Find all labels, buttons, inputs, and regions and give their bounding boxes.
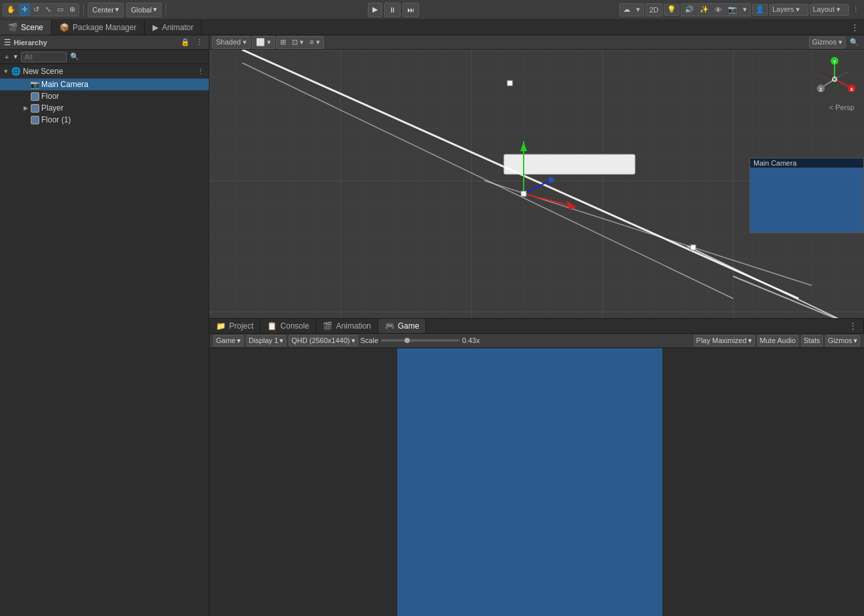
view-group: ⬜ ▾ [252,36,275,49]
scene-toolbar: Shaded ▾ ⬜ ▾ ⊞ ⊡ ▾ ≡ ▾ Gizmos ▾ 🔍 [209,35,864,50]
layers-group: 2D [645,3,662,16]
scale-slider-track[interactable] [381,339,459,342]
camera-overlay-btn[interactable]: 📷 [725,4,740,16]
display-dropdown[interactable]: Display 1 ▾ [246,335,286,346]
persp-text: < Persp [829,103,854,111]
tab-project[interactable]: 📁 Project [209,319,261,333]
transform-tools-group: ✋ ✛ ↺ ⤡ ▭ ⊕ [3,3,79,16]
tab-package-manager[interactable]: 📦 Package Manager [52,20,145,35]
scene-canvas[interactable]: Y X Z < P [209,50,864,318]
hierarchy-item-floor[interactable]: Floor [0,90,209,102]
tab-console[interactable]: 📋 Console [261,319,316,333]
scale-tool-btn[interactable]: ⤡ [43,4,54,16]
scene-grid-btn[interactable]: ⊞ [278,37,289,48]
svg-text:Y: Y [833,60,837,64]
hierarchy-item-floor-1[interactable]: Floor (1) [0,114,209,126]
tab-game[interactable]: 🎮 Game [378,319,427,333]
play-btn[interactable]: ▶ [368,3,382,17]
tab-animator[interactable]: ▶ Animator [145,20,202,35]
stats-btn[interactable]: Stats [801,335,823,346]
global-dropdown-icon: ▾ [153,5,157,14]
svg-text:X: X [850,87,854,92]
hierarchy-search-input[interactable] [21,52,67,62]
mute-audio-btn[interactable]: Mute Audio [757,335,799,346]
collab-btn[interactable]: ☁ [621,4,633,16]
project-tab-icon: 📁 [216,321,226,331]
hierarchy-dropdown-btn[interactable]: ▾ [12,51,20,63]
hierarchy-toolbar: + ▾ 🔍 [0,50,209,64]
search-scene-btn[interactable]: 🔍 [847,37,861,48]
game-view-area [209,348,864,617]
shading-btn[interactable]: Shaded ▾ [213,37,249,48]
scene-aa-btn[interactable]: ≡ ▾ [307,37,322,48]
hierarchy-panel: ☰ Hierarchy 🔒 ⋮ + ▾ 🔍 ▼ 🌐 New Scene ⋮ [0,35,209,616]
rotate-tool-btn[interactable]: ↺ [31,4,42,16]
animator-tab-icon: ▶ [153,23,158,32]
game-dropdown[interactable]: Game ▾ [213,335,243,346]
floor1-label: Floor (1) [41,115,71,124]
overlay-btn[interactable]: ▾ [740,4,749,16]
scene-tools-group: ⊞ ⊡ ▾ ≡ ▾ [276,36,324,49]
scale-slider-thumb [405,338,410,343]
shading-group: Shaded ▾ [212,36,251,49]
game-tab-label: Game [398,321,420,331]
account-btn[interactable]: 👤 [752,4,768,16]
layout-btn[interactable]: Layout ▾ [810,4,849,16]
scene-visibility-btn[interactable]: 👁 [712,4,725,16]
pause-btn[interactable]: ⏸ [384,3,401,17]
scene-root-label: New Scene [23,67,63,76]
scale-label: Scale [361,336,379,344]
hand-tool-btn[interactable]: ✋ [4,4,18,16]
move-tool-btn[interactable]: ✛ [19,4,30,16]
floor-cube-icon [31,92,39,101]
project-tab-label: Project [229,321,253,331]
2d-toggle-btn[interactable]: 2D [647,4,661,16]
main-layout: ☰ Hierarchy 🔒 ⋮ + ▾ 🔍 ▼ 🌐 New Scene ⋮ [0,35,864,616]
hierarchy-more-btn[interactable]: ⋮ [194,37,205,48]
game-canvas[interactable] [397,348,662,617]
scale-value: 0.43x [462,336,480,344]
player-cube-icon [31,104,39,113]
handle-br [691,245,696,250]
game-gizmos-label: Gizmos [828,336,852,344]
pivot-btn[interactable]: Center ▾ [88,3,124,17]
scene-more-btn[interactable]: ⊡ ▾ [289,37,306,48]
mute-audio-label: Mute Audio [760,336,796,344]
scene-root[interactable]: ▼ 🌐 New Scene ⋮ [0,64,209,79]
scale-control: Scale 0.43x [361,336,480,344]
game-dropdown-icon: ▾ [237,336,241,345]
hierarchy-item-main-camera[interactable]: 📷 Main Camera [0,79,209,90]
rect-tool-btn[interactable]: ▭ [54,4,66,16]
game-gizmos-btn[interactable]: Gizmos ▾ [825,335,860,346]
more-btn[interactable]: ⋮ [850,4,861,16]
tab-scene[interactable]: 🎬 Scene [0,20,52,35]
play-maximized-icon: ▾ [748,336,752,345]
resolution-dropdown[interactable]: QHD (2560x1440) ▾ [289,335,357,346]
pivot-dropdown-icon: ▾ [115,5,119,14]
hierarchy-content: ▼ 🌐 New Scene ⋮ 📷 Main Camera Floor ▶ [0,64,209,616]
tab-animation[interactable]: 🎬 Animation [316,319,378,333]
hierarchy-add-btn[interactable]: + [3,51,10,63]
audio-btn[interactable]: 🔊 [682,4,696,16]
cloud-btn[interactable]: ▾ [634,4,643,16]
scene-view: Shaded ▾ ⬜ ▾ ⊞ ⊡ ▾ ≡ ▾ Gizmos ▾ 🔍 [209,35,864,616]
scene-options-btn[interactable]: ⋮ [195,65,206,77]
svg-point-13 [549,177,554,183]
gizmos-btn[interactable]: Gizmos ▾ [809,37,846,48]
play-maximized-btn[interactable]: Play Maximized ▾ [694,335,755,346]
hierarchy-icon: ☰ [4,38,11,47]
layers-dropdown-btn[interactable]: Layers ▾ [769,4,808,16]
hierarchy-item-player[interactable]: ▶ Player [0,102,209,114]
fx-btn[interactable]: ✨ [697,4,711,16]
global-btn[interactable]: Global ▾ [126,3,162,17]
transform-tool-btn[interactable]: ⊕ [67,4,78,16]
tab-more-btn[interactable]: ⋮ [846,20,864,35]
game-toolbar: Game ▾ Display 1 ▾ QHD (2560x1440) ▾ Sca… [209,334,864,348]
view-perspective-btn[interactable]: ⬜ ▾ [253,37,274,48]
gizmo-widget[interactable]: Y X Z [812,56,857,102]
hierarchy-search-icon[interactable]: 🔍 [68,51,81,63]
bottom-tab-more[interactable]: ⋮ [842,319,864,333]
hierarchy-lock-btn[interactable]: 🔒 [179,37,192,48]
step-btn[interactable]: ⏭ [403,3,419,17]
lighting-btn[interactable]: 💡 [664,4,679,16]
